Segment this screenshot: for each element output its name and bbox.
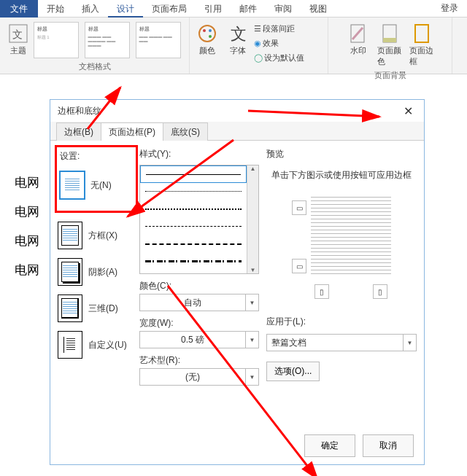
- preset-custom[interactable]: 自定义(U): [58, 331, 135, 359]
- tab-insert[interactable]: 插入: [73, 0, 108, 17]
- page-border-button[interactable]: 页面边框: [408, 20, 437, 69]
- set-default-button[interactable]: ◯设为默认值: [254, 51, 304, 64]
- tab-home[interactable]: 开始: [38, 0, 73, 17]
- style-set-thumb[interactable]: 标题标题 1: [34, 22, 79, 58]
- style-column: 样式(Y): ▲▼ 颜色(C): 自动▼ 宽度(W): 0.5 磅▼ 艺术型(R…: [135, 148, 259, 427]
- group-label-docformat: 文档格式: [79, 60, 111, 74]
- width-label: 宽度(W):: [139, 317, 259, 329]
- tab-file[interactable]: 文件: [0, 0, 38, 17]
- style-item[interactable]: [140, 200, 247, 218]
- preset-3d[interactable]: 三维(D): [58, 294, 135, 322]
- tab-page-border[interactable]: 页面边框(P): [101, 122, 163, 141]
- tab-design[interactable]: 设计: [108, 0, 143, 17]
- preset-none[interactable]: 无(N): [60, 171, 133, 199]
- scrollbar[interactable]: ▲▼: [247, 165, 258, 273]
- preset-label: 方框(X): [88, 230, 117, 242]
- tab-references[interactable]: 引用: [196, 0, 231, 17]
- palette-icon: [196, 22, 219, 45]
- combo-value: 整篇文档: [267, 335, 403, 351]
- scroll-up-icon[interactable]: ▲: [250, 165, 256, 172]
- preview-column: 预览 单击下方图示或使用按钮可应用边框 ▭ ▭ ▯ ▯ 应用于(L): 整篇文档…: [259, 148, 417, 427]
- tab-mail[interactable]: 邮件: [231, 0, 266, 17]
- paragraph-spacing-button[interactable]: ☰段落间距: [254, 22, 304, 35]
- themes-label: 主题: [10, 45, 26, 56]
- style-item[interactable]: [140, 183, 247, 200]
- style-set-thumb[interactable]: 标题▬▬ ▬▬▬ ▬▬ ▬▬: [136, 22, 181, 58]
- colors-button[interactable]: 颜色: [193, 20, 222, 58]
- preset-shadow[interactable]: 阴影(A): [58, 258, 135, 286]
- themes-button[interactable]: 文 主题: [7, 20, 29, 58]
- preset-custom-icon: [58, 331, 82, 359]
- style-listbox[interactable]: ▲▼: [139, 165, 259, 274]
- width-combo[interactable]: 0.5 磅▼: [139, 331, 259, 348]
- page-color-button[interactable]: 页面颜色: [376, 20, 405, 69]
- settings-column: 设置: 无(N) 方框(X) 阴影(A) 三维(D) 自定义(U): [58, 148, 135, 427]
- body-text: 电网: [15, 174, 39, 191]
- fonts-button[interactable]: 文字体: [223, 20, 252, 58]
- color-label: 颜色(C):: [139, 280, 259, 292]
- svg-rect-10: [415, 25, 428, 42]
- style-set-thumb[interactable]: 标题▬▬▬ ▬▬ ▬▬▬▬ ▬▬ ▬▬▬: [85, 22, 130, 58]
- style-item[interactable]: [140, 235, 247, 253]
- preset-label: 自定义(U): [88, 339, 127, 351]
- options-button[interactable]: 选项(O)...: [266, 362, 320, 381]
- border-right-toggle[interactable]: ▯: [373, 284, 387, 299]
- tab-layout[interactable]: 页面布局: [143, 0, 196, 17]
- tab-view[interactable]: 视图: [301, 0, 336, 17]
- border-top-toggle[interactable]: ▭: [292, 200, 306, 215]
- watermark-button[interactable]: 水印: [344, 20, 373, 58]
- scroll-down-icon[interactable]: ▼: [250, 267, 256, 273]
- svg-point-4: [209, 29, 212, 32]
- svg-point-5: [209, 35, 212, 38]
- chevron-down-icon[interactable]: ▼: [245, 294, 258, 311]
- svg-text:文: 文: [12, 28, 23, 40]
- preset-3d-icon: [58, 294, 82, 322]
- border-left-toggle[interactable]: ▯: [314, 284, 329, 299]
- tab-shading[interactable]: 底纹(S): [163, 122, 208, 141]
- check-icon: ◯: [254, 53, 263, 63]
- preset-box-icon: [58, 222, 82, 249]
- preview-hint: 单击下方图示或使用按钮可应用边框: [266, 165, 417, 186]
- chevron-down-icon[interactable]: ▼: [245, 369, 258, 385]
- chevron-down-icon[interactable]: ▼: [403, 335, 416, 351]
- svg-line-8: [352, 28, 363, 39]
- ok-button[interactable]: 确定: [304, 434, 355, 457]
- effects-button[interactable]: ◉效果: [254, 36, 304, 50]
- ribbon-tabs: 文件 开始 插入 设计 页面布局 引用 邮件 审阅 视图 登录: [0, 0, 467, 17]
- annotation-highlight: 设置: 无(N): [55, 145, 138, 213]
- style-item[interactable]: [140, 253, 247, 270]
- style-label: 样式(Y):: [139, 148, 259, 160]
- apply-to-combo[interactable]: 整篇文档▼: [266, 334, 417, 351]
- color-combo[interactable]: 自动▼: [139, 294, 259, 311]
- style-item[interactable]: [140, 218, 247, 235]
- chevron-down-icon[interactable]: ▼: [245, 332, 258, 348]
- preset-label: 三维(D): [88, 303, 118, 315]
- borders-shading-dialog: 边框和底纹 ✕ 边框(B) 页面边框(P) 底纹(S) 设置: 无(N) 方框(…: [50, 99, 425, 465]
- body-text: 电网: [15, 203, 39, 220]
- body-text: 电网: [15, 262, 39, 278]
- tab-review[interactable]: 审阅: [266, 0, 301, 17]
- border-bottom-toggle[interactable]: ▭: [292, 259, 306, 273]
- preset-none-icon: [60, 171, 85, 199]
- preset-label: 无(N): [90, 179, 112, 192]
- dialog-tabs: 边框(B) 页面边框(P) 底纹(S): [50, 122, 424, 141]
- apply-to-label: 应用于(L):: [266, 316, 417, 328]
- preset-label: 阴影(A): [88, 266, 117, 278]
- preset-box[interactable]: 方框(X): [58, 222, 135, 249]
- svg-point-2: [199, 26, 215, 42]
- style-item[interactable]: [140, 165, 247, 183]
- preset-shadow-icon: [58, 258, 82, 286]
- login-link[interactable]: 登录: [432, 2, 467, 15]
- preview-label: 预览: [266, 148, 417, 160]
- preview-page[interactable]: [311, 197, 391, 277]
- group-label-pagebg: 页面背景: [374, 69, 406, 82]
- dialog-title: 边框和底纹: [58, 105, 101, 117]
- watermark-icon: [347, 22, 370, 45]
- combo-value: 自动: [140, 294, 245, 311]
- tab-border[interactable]: 边框(B): [56, 122, 101, 141]
- cancel-button[interactable]: 取消: [363, 434, 414, 457]
- art-combo[interactable]: (无)▼: [139, 368, 259, 386]
- dialog-title-bar: 边框和底纹 ✕: [50, 100, 424, 122]
- close-button[interactable]: ✕: [399, 102, 417, 120]
- spacing-icon: ☰: [254, 24, 261, 34]
